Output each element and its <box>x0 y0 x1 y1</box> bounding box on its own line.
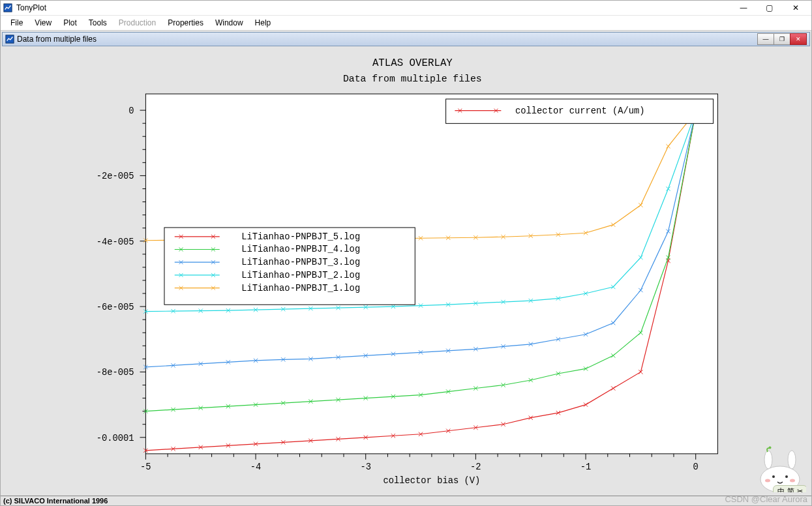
y-tick-label: -4e-005 <box>97 237 134 247</box>
app-icon <box>3 3 12 12</box>
close-button[interactable]: ✕ <box>783 1 809 15</box>
chart-icon <box>5 35 14 44</box>
titlebar: TonyPlot — ▢ ✕ <box>1 1 811 16</box>
svg-point-65 <box>788 451 796 469</box>
menu-tools[interactable]: Tools <box>83 17 113 29</box>
y-tick-label: -6e-005 <box>97 303 134 312</box>
app-window: TonyPlot — ▢ ✕ FileViewPlotToolsProducti… <box>0 0 812 506</box>
legend-series-label: LiTianhao-PNPBJT_3.log <box>241 258 360 267</box>
bunny-decoration: 中 简 ✂ <box>754 445 806 492</box>
y-tick-label: -8e-005 <box>97 368 134 378</box>
legend-series-label: LiTianhao-PNPBJT_5.log <box>241 232 360 242</box>
legend-series-label: LiTianhao-PNPBJT_2.log <box>241 271 360 280</box>
svg-point-68 <box>785 475 788 478</box>
y-tick-label: -2e-005 <box>97 171 134 181</box>
x-tick-label: -5 <box>140 462 151 472</box>
chart-pane[interactable]: ATLAS OVERLAYData from multiple files0-2… <box>6 50 806 492</box>
menubar: FileViewPlotToolsProductionPropertiesWin… <box>1 16 811 31</box>
svg-text:ATLAS OVERLAY: ATLAS OVERLAY <box>372 57 453 69</box>
svg-point-69 <box>765 479 770 483</box>
svg-point-66 <box>769 447 772 449</box>
child-maximize-button[interactable]: ❐ <box>774 33 790 45</box>
child-title-text: Data from multiple files <box>17 35 755 44</box>
menu-help[interactable]: Help <box>249 17 277 29</box>
maximize-button[interactable]: ▢ <box>757 1 783 15</box>
menu-plot[interactable]: Plot <box>57 17 83 29</box>
svg-point-70 <box>790 479 795 483</box>
minimize-button[interactable]: — <box>730 1 757 15</box>
svg-point-64 <box>764 451 772 469</box>
menu-view[interactable]: View <box>29 17 57 29</box>
x-tick-label: 0 <box>693 462 699 472</box>
y-tick-label: -0.0001 <box>97 434 134 443</box>
x-axis-label: collector bias (V) <box>383 476 480 486</box>
svg-text:Data from multiple files: Data from multiple files <box>343 74 482 84</box>
statusbar: (c) SILVACO International 1996 <box>1 496 811 505</box>
window-buttons: — ▢ ✕ <box>730 1 809 15</box>
x-tick-label: -3 <box>360 462 371 472</box>
child-close-button[interactable]: ✕ <box>790 33 807 45</box>
menu-file[interactable]: File <box>5 17 29 29</box>
mdi-client: Data from multiple files — ❐ ✕ ATLAS OVE… <box>1 31 811 505</box>
status-text: (c) SILVACO International 1996 <box>3 497 108 505</box>
legend-series-label: LiTianhao-PNPBJT_1.log <box>241 284 360 293</box>
menu-properties[interactable]: Properties <box>162 17 209 29</box>
child-minimize-button[interactable]: — <box>757 33 774 45</box>
y-tick-label: 0 <box>128 106 134 116</box>
chart-svg[interactable]: ATLAS OVERLAYData from multiple files0-2… <box>6 50 806 492</box>
menu-window[interactable]: Window <box>209 17 249 29</box>
watermark: CSDN @Clear Aurora <box>725 494 807 504</box>
x-tick-label: -1 <box>580 462 592 472</box>
legend-variable-label: collector current (A/um) <box>515 106 644 116</box>
x-tick-label: -2 <box>470 462 481 472</box>
x-tick-label: -4 <box>250 462 262 472</box>
menu-production: Production <box>113 17 162 29</box>
ime-badge: 中 简 ✂ <box>773 485 806 492</box>
legend-series-label: LiTianhao-PNPBJT_4.log <box>241 245 360 254</box>
child-window: Data from multiple files — ❐ ✕ ATLAS OVE… <box>2 32 810 496</box>
app-title: TonyPlot <box>16 3 730 12</box>
svg-point-67 <box>772 475 775 478</box>
child-body: ATLAS OVERLAYData from multiple files0-2… <box>2 46 810 496</box>
child-titlebar: Data from multiple files — ❐ ✕ <box>2 32 810 46</box>
